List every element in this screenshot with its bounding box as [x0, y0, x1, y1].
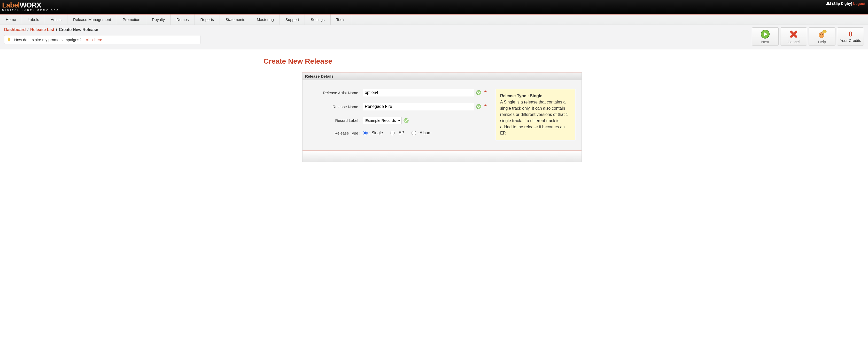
page-title: Create New Release — [264, 57, 604, 65]
logo-label: Label — [2, 1, 20, 9]
next-label: Next — [761, 39, 769, 44]
nav-release-management[interactable]: Release Management — [67, 15, 117, 25]
help-label: Help — [818, 39, 826, 44]
svg-point-7 — [476, 90, 481, 95]
breadcrumb-sep: / — [56, 27, 57, 32]
svg-point-2 — [819, 32, 824, 38]
page: Create New Release Release Details Relea… — [0, 49, 868, 178]
info-body: A Single is a release that contains a si… — [500, 99, 571, 136]
svg-text:??: ?? — [823, 31, 826, 33]
nav-demos[interactable]: Demos — [171, 15, 195, 25]
check-icon — [476, 90, 481, 95]
nav-mastering[interactable]: Mastering — [251, 15, 280, 25]
cancel-label: Cancel — [788, 39, 800, 44]
panel-footer — [303, 150, 582, 162]
label-release-type: Release Type : — [309, 131, 363, 135]
nav-home[interactable]: Home — [0, 15, 22, 25]
nav-promotion[interactable]: Promotion — [117, 15, 146, 25]
release-type-group: : Single : EP : Album — [363, 131, 431, 135]
play-icon — [760, 29, 770, 39]
hint-box: How do I expire my promo campaigns? - cl… — [4, 35, 200, 44]
nav-statements[interactable]: Statements — [220, 15, 251, 25]
radio-album-label: : Album — [418, 131, 431, 135]
credits-label: Your Credits — [840, 38, 861, 43]
next-button[interactable]: Next — [752, 27, 779, 46]
check-icon — [476, 104, 481, 109]
label-artist: Release Artist Name : — [309, 90, 363, 95]
record-label-select[interactable]: Example Records — [363, 117, 401, 124]
main-nav: Home Labels Artists Release Management P… — [0, 15, 868, 25]
hint-text: How do I expire my promo campaigns? - — [14, 37, 84, 42]
check-icon — [404, 118, 409, 123]
credits-value: 0 — [848, 30, 852, 38]
radio-album-input[interactable] — [411, 131, 416, 135]
nav-tools[interactable]: Tools — [331, 15, 351, 25]
nav-labels[interactable]: Labels — [22, 15, 45, 25]
artist-input[interactable] — [363, 89, 474, 96]
user-name: JM (Slip Digby) — [826, 2, 852, 6]
label-release-name: Release Name : — [309, 105, 363, 109]
radio-single-label: : Single — [369, 131, 383, 135]
radio-single-input[interactable] — [363, 131, 368, 135]
svg-point-3 — [820, 34, 821, 35]
required-mark: * — [485, 103, 487, 110]
topbar: LabelWORX DIGITAL LABEL SERVICES JM (Sli… — [0, 0, 868, 15]
subbar: Dashboard / Release List / Create New Re… — [0, 25, 868, 49]
logout-link[interactable]: Logout — [853, 2, 865, 6]
info-box: Release Type : Single A Single is a rele… — [496, 89, 575, 140]
breadcrumb-dashboard[interactable]: Dashboard — [4, 27, 26, 32]
radio-ep-input[interactable] — [390, 131, 395, 135]
nav-settings[interactable]: Settings — [305, 15, 331, 25]
nav-royalty[interactable]: Royalty — [146, 15, 171, 25]
help-icon: ?? — [817, 29, 827, 39]
userbar: JM (Slip Digby) Logout — [826, 2, 865, 6]
release-name-input[interactable] — [363, 103, 474, 110]
action-buttons: Next Cancel ?? Help 0 Your Credits — [752, 27, 864, 46]
logo: LabelWORX DIGITAL LABEL SERVICES — [2, 1, 59, 11]
radio-album[interactable]: : Album — [411, 131, 431, 135]
breadcrumb: Dashboard / Release List / Create New Re… — [4, 27, 200, 32]
form: Release Artist Name : * Release Name : — [309, 89, 490, 135]
logo-worx: WORX — [20, 1, 41, 9]
radio-ep-label: : EP — [396, 131, 404, 135]
svg-point-8 — [476, 104, 481, 109]
lightbulb-icon — [7, 37, 12, 42]
help-button[interactable]: ?? Help — [809, 27, 835, 46]
breadcrumb-current: Create New Release — [59, 27, 98, 32]
svg-point-4 — [822, 34, 823, 35]
info-title: Release Type : Single — [500, 93, 571, 99]
cancel-button[interactable]: Cancel — [780, 27, 807, 46]
required-mark: * — [485, 89, 487, 96]
credits-button[interactable]: 0 Your Credits — [837, 27, 864, 46]
breadcrumb-release-list[interactable]: Release List — [30, 27, 54, 32]
nav-support[interactable]: Support — [280, 15, 305, 25]
nav-reports[interactable]: Reports — [195, 15, 220, 25]
hint-link[interactable]: click here — [86, 37, 102, 42]
svg-point-9 — [404, 118, 408, 123]
release-details-panel: Release Details Release Artist Name : * — [302, 72, 582, 162]
panel-title: Release Details — [303, 73, 582, 80]
cross-icon — [789, 29, 799, 39]
nav-artists[interactable]: Artists — [45, 15, 67, 25]
logo-subtitle: DIGITAL LABEL SERVICES — [2, 9, 59, 11]
radio-ep[interactable]: : EP — [390, 131, 404, 135]
breadcrumb-sep: / — [27, 27, 28, 32]
label-record-label: Record Label : — [309, 118, 363, 122]
radio-single[interactable]: : Single — [363, 131, 383, 135]
